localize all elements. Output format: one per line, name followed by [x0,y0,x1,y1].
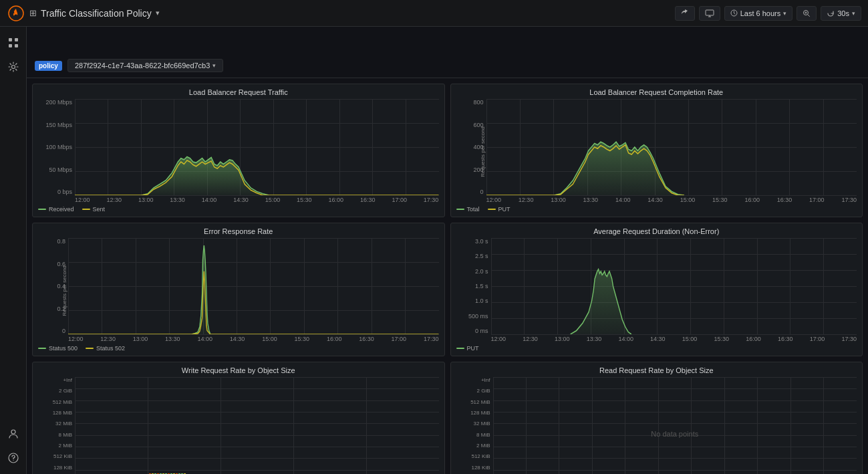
legend-total: Total [456,206,480,213]
svg-rect-5 [15,38,18,41]
filter-value-dropdown: ▾ [212,62,216,69]
x-axis: 12:0012:3013:0013:3014:0014:3015:0015:30… [68,334,439,344]
x-axis: 12:0012:3013:0013:3014:0014:3015:0015:30… [486,195,857,205]
svg-rect-6 [9,44,12,47]
main-content: policy 287f2924-c1e7-43aa-8622-bfc669ed7… [27,53,868,474]
header: ⊞ Traffic Classification Policy ▾ Last 6… [0,0,868,27]
charts-grid: Load Balancer Request Traffic 200 Mbps15… [27,78,868,474]
chart-svg [68,238,439,334]
y-axis: +Inf2 GiB512 MiB128 MiB32 MiB8 MiB2 MiB5… [38,377,75,474]
y-axis: +Inf2 GiB512 MiB128 MiB32 MiB8 MiB2 MiB5… [456,377,493,474]
chart-title: Average Request Duration (Non-Error) [456,227,857,235]
legend-status500: Status 500 [38,345,78,352]
filter-value-selector[interactable]: 287f2924-c1e7-43aa-8622-bfc669ed7cb3 ▾ [67,59,223,72]
page-title: Traffic Classification Policy [41,8,152,19]
sidebar-settings[interactable] [3,56,24,78]
chart-svg [486,99,857,195]
x-axis: 12:0012:3013:0013:3014:0014:3015:0015:30… [75,195,439,205]
zoom-button[interactable] [797,6,817,21]
svg-rect-7 [15,44,18,47]
sidebar [0,27,27,474]
filter-type-badge: policy [35,61,62,71]
chart-load-balancer-traffic: Load Balancer Request Traffic 200 Mbps15… [32,84,445,217]
chart-area: 12:0012:3013:0013:3014:0014:3015:0015:30… [491,238,857,344]
svg-point-11 [13,460,13,461]
filter-value-text: 287f2924-c1e7-43aa-8622-bfc669ed7cb3 [75,62,210,70]
legend: Received Sent [38,205,439,213]
chart-area: 12:0013:0014:0015:0016:0017:00 [75,377,439,474]
chart-body: 3.0 s2.5 s2.0 s1.5 s1.0 s500 ms0 ms [456,238,857,344]
chart-title: Load Balancer Request Completion Rate [456,88,857,96]
svg-point-9 [11,430,15,434]
legend: Status 500 Status 502 [38,344,439,352]
no-data-label: No data points [651,430,698,438]
y-axis: 200 Mbps150 Mbps100 Mbps50 Mbps0 bps [38,99,75,205]
svg-rect-1 [706,10,714,15]
sidebar-home[interactable] [3,32,24,53]
chart-area: 12:0012:3013:0013:3014:0014:3015:0015:30… [68,238,439,344]
refresh-interval-label: 30s [837,9,849,17]
chart-svg [491,238,857,334]
chart-body: 200 Mbps150 Mbps100 Mbps50 Mbps0 bps [38,99,439,205]
chart-title: Error Response Rate [38,227,439,235]
chart-write-request: Write Request Rate by Object Size +Inf2 … [32,362,445,474]
sidebar-help[interactable] [3,447,24,469]
chart-body: 8006004002000 Requests per second [456,99,857,205]
time-range-label: Last 6 hours [740,9,781,17]
filter-bar: policy 287f2924-c1e7-43aa-8622-bfc669ed7… [27,53,868,78]
svg-point-8 [11,66,15,69]
legend: PUT [456,344,857,352]
chart-area: No data points 12:0012:3013:0013:3014:00… [493,377,857,474]
chart-body: 0.80.60.40.20 Requests per second [38,238,439,344]
chart-completion-rate: Load Balancer Request Completion Rate 80… [450,84,863,217]
time-range-button[interactable]: Last 6 hours ▾ [724,6,793,21]
chart-area: 12:0012:3013:0013:3014:0014:3015:0015:30… [75,99,439,205]
time-range-dropdown: ▾ [783,10,786,17]
y-axis: 3.0 s2.5 s2.0 s1.5 s1.0 s500 ms0 ms [456,238,491,344]
legend: Total PUT [456,205,857,213]
chart-body: +Inf2 GiB512 MiB128 MiB32 MiB8 MiB2 MiB5… [456,377,857,474]
sidebar-user[interactable] [3,423,24,445]
chart-read-request: Read Request Rate by Object Size +Inf2 G… [450,362,863,474]
chart-area: 12:0012:3013:0013:3014:0014:3015:0015:30… [486,99,857,205]
share-button[interactable] [675,6,695,21]
monitor-button[interactable] [699,6,720,21]
chart-title: Write Request Rate by Object Size [38,366,439,374]
legend-sent: Sent [82,206,106,213]
refresh-dropdown: ▾ [852,10,855,17]
grid-lines [493,377,857,474]
header-actions: Last 6 hours ▾ 30s ▾ [675,6,861,21]
refresh-button[interactable]: 30s ▾ [821,6,861,21]
heatmap-bars [148,377,221,474]
app-logo [7,4,25,23]
title-area: ⊞ Traffic Classification Policy ▾ [29,8,160,19]
chart-body: +Inf2 GiB512 MiB128 MiB32 MiB8 MiB2 MiB5… [38,377,439,474]
chart-avg-duration: Average Request Duration (Non-Error) 3.0… [450,223,863,356]
legend-received: Received [38,206,74,213]
grid-icon: ⊞ [29,8,37,18]
chart-error-response: Error Response Rate 0.80.60.40.20 Reques… [32,223,445,356]
chart-svg [75,99,439,195]
chart-title: Load Balancer Request Traffic [38,88,439,96]
title-dropdown-icon[interactable]: ▾ [156,9,160,17]
x-axis: 12:0012:3013:0013:3014:0014:3015:0015:30… [491,334,857,344]
legend-status502: Status 502 [86,345,125,352]
heatmap-container [75,377,439,474]
svg-rect-4 [9,38,12,41]
legend-put: PUT [488,206,511,213]
legend-put: PUT [456,345,479,352]
chart-title: Read Request Rate by Object Size [456,366,857,374]
